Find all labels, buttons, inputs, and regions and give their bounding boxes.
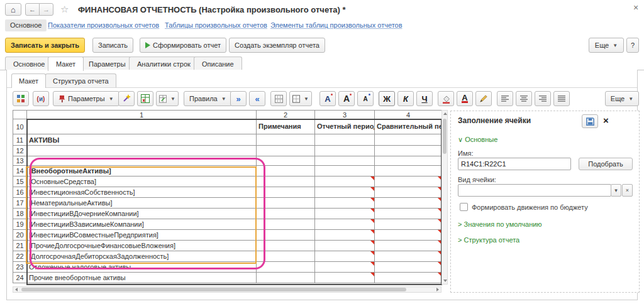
cell[interactable] xyxy=(257,273,315,283)
cell[interactable] xyxy=(375,273,442,283)
scroll-left-icon[interactable] xyxy=(15,288,18,291)
panel-save-button[interactable] xyxy=(582,114,598,128)
row-header[interactable]: 20 xyxy=(13,230,27,241)
row-header[interactable]: 18 xyxy=(13,209,27,219)
cell[interactable] xyxy=(375,187,442,198)
cell[interactable]: [ПрочиеДолгосрочныеФинансовыеВложения] xyxy=(27,241,257,251)
fill-color-button[interactable] xyxy=(438,91,454,106)
cell[interactable] xyxy=(375,134,442,146)
merge-cells-button[interactable] xyxy=(270,91,287,106)
horizontal-scroll-thumb[interactable] xyxy=(21,288,406,291)
cell[interactable] xyxy=(315,134,375,146)
column-header[interactable]: 3 xyxy=(315,111,375,119)
cell[interactable] xyxy=(315,251,375,262)
font-increase-button[interactable]: A xyxy=(338,91,355,106)
cell[interactable] xyxy=(315,209,375,219)
cell[interactable] xyxy=(315,187,375,198)
nav-link-indicators[interactable]: Показатели произвольных отчетов xyxy=(48,21,159,29)
cell[interactable] xyxy=(375,198,442,209)
cell[interactable] xyxy=(315,219,375,230)
save-button[interactable]: Записать xyxy=(92,38,133,53)
row-header[interactable]: 22 xyxy=(13,251,27,262)
cell[interactable] xyxy=(315,241,375,251)
collapse-all-button[interactable]: « xyxy=(249,91,265,106)
cell[interactable] xyxy=(257,251,315,262)
tab-parameters[interactable]: Параметры xyxy=(80,57,134,70)
report-settings-button[interactable] xyxy=(13,91,29,106)
spreadsheet[interactable]: 123410ПримечанияОтчетный периодСравнител… xyxy=(13,110,448,293)
panel-close-icon[interactable]: × xyxy=(603,115,609,126)
cell[interactable] xyxy=(257,146,315,156)
cell[interactable] xyxy=(375,241,442,251)
row-header[interactable]: 13 xyxy=(13,156,27,166)
cell[interactable] xyxy=(375,219,442,230)
cell[interactable] xyxy=(375,209,442,219)
tab-description[interactable]: Описание xyxy=(194,57,242,70)
tab-main[interactable]: Основное xyxy=(5,57,53,70)
cell[interactable] xyxy=(27,146,257,156)
tab-layout[interactable]: Макет xyxy=(48,57,84,71)
section-defaults[interactable]: > Значения по умолчанию xyxy=(458,220,542,228)
cell[interactable]: Отложенные налоговые активы xyxy=(27,262,257,273)
cell[interactable] xyxy=(257,166,315,176)
cell[interactable]: Примечания xyxy=(257,119,315,134)
nav-item-main[interactable]: Основное xyxy=(5,19,47,31)
scroll-right-icon[interactable] xyxy=(436,288,439,291)
cell[interactable]: Прочие внеоборотные активы xyxy=(27,273,257,283)
cell[interactable]: Отчетный период xyxy=(315,119,375,134)
scroll-up-icon[interactable] xyxy=(443,112,447,115)
row-header[interactable]: 11 xyxy=(13,134,27,146)
cell[interactable] xyxy=(375,176,442,187)
cell[interactable] xyxy=(257,187,315,198)
home-button[interactable]: ⌂ xyxy=(5,3,21,16)
nav-link-table-elements[interactable]: Элементы таблиц произвольных отчетов xyxy=(270,21,402,29)
cell[interactable]: АКТИВЫ xyxy=(27,134,257,146)
budget-movements-checkbox[interactable] xyxy=(460,203,468,211)
favorite-star-icon[interactable]: ☆ xyxy=(60,4,69,15)
cell[interactable] xyxy=(375,156,442,166)
font-decrease-button[interactable]: A xyxy=(357,91,374,106)
cell[interactable] xyxy=(315,156,375,166)
row-header[interactable]: 24 xyxy=(13,273,27,283)
align-justify-button[interactable] xyxy=(553,91,570,106)
export-excel-button[interactable] xyxy=(137,91,153,106)
row-header[interactable]: 10 xyxy=(13,119,27,134)
cell[interactable] xyxy=(257,209,315,219)
cell[interactable] xyxy=(315,198,375,209)
row-header[interactable]: 19 xyxy=(13,219,27,230)
cell[interactable]: [ИнвестиционнаяСобственность] xyxy=(27,187,257,198)
back-button[interactable]: ← xyxy=(25,3,40,16)
cell[interactable]: [ВнеоборотныеАктивы] xyxy=(27,166,257,176)
row-header[interactable]: 21 xyxy=(13,241,27,251)
subtab-report-structure[interactable]: Структура отчета xyxy=(45,73,116,87)
cell[interactable]: [ОсновныеСредства] xyxy=(27,176,257,187)
cell[interactable] xyxy=(257,230,315,241)
subtab-layout[interactable]: Макет xyxy=(11,73,46,88)
cell[interactable]: [ИнвестицииВЗависимыеКомпании] xyxy=(27,219,257,230)
cell[interactable] xyxy=(257,134,315,146)
cell[interactable] xyxy=(375,251,442,262)
tab-row-analytics[interactable]: Аналитики строк xyxy=(129,57,199,70)
combo-clear-icon[interactable]: × xyxy=(622,184,633,197)
cell[interactable] xyxy=(315,146,375,156)
borders-button[interactable]: ▼ xyxy=(289,91,312,106)
rules-button[interactable]: Правила▼ xyxy=(184,91,232,106)
help-button[interactable]: ? xyxy=(626,38,639,53)
cell[interactable] xyxy=(315,262,375,273)
sheet-table[interactable]: 123410ПримечанияОтчетный периодСравнител… xyxy=(13,110,442,283)
cell[interactable] xyxy=(315,230,375,241)
cell[interactable] xyxy=(375,166,442,176)
text-color-button[interactable]: A xyxy=(457,91,473,106)
row-header[interactable]: 16 xyxy=(13,187,27,198)
combo-dropdown-icon[interactable]: ▾ xyxy=(611,184,621,197)
edit-style-button[interactable] xyxy=(475,91,492,106)
expand-all-button[interactable]: » xyxy=(230,91,247,106)
close-icon[interactable]: × xyxy=(630,3,641,13)
cell[interactable]: Сравнительный период xyxy=(375,119,442,134)
corner-cell[interactable] xyxy=(13,111,27,119)
scroll-down-icon[interactable] xyxy=(443,280,447,282)
cell[interactable] xyxy=(257,198,315,209)
cell[interactable] xyxy=(27,156,257,166)
cell[interactable] xyxy=(375,146,442,156)
vertical-scroll-thumb[interactable] xyxy=(443,119,447,154)
